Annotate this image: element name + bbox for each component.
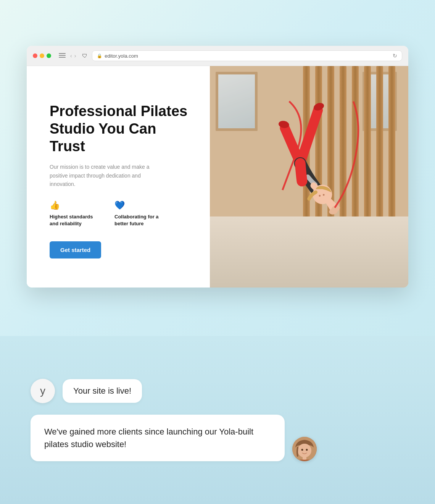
svg-point-9 [301, 449, 303, 451]
hero-title: Professional Pilates Studio You Can Trus… [50, 103, 191, 155]
browser-chrome: ‹ › 🛡 🔒 editor.yola.com ↻ [27, 46, 408, 66]
traffic-lights [33, 53, 51, 58]
feature-item-2: 💙 Collaborating for a better future [114, 200, 164, 227]
shield-icon: 🛡 [82, 53, 87, 59]
refresh-icon[interactable]: ↻ [393, 53, 397, 59]
feature2-label: Collaborating for a better future [114, 213, 164, 227]
yola-avatar: y [31, 379, 55, 403]
sidebar-toggle-icon[interactable] [59, 53, 66, 58]
chat-bubble-2: We've gained more clients since launchin… [31, 415, 317, 461]
chat-section: y Your site is live! We've gained more c… [0, 336, 435, 504]
lock-icon: 🔒 [97, 53, 102, 58]
maximize-button[interactable] [47, 53, 51, 58]
nav-back-button[interactable]: ‹ [70, 53, 72, 59]
chat-text-1: Your site is live! [63, 379, 142, 403]
address-bar[interactable]: 🔒 editor.yola.com ↻ [92, 50, 402, 61]
website-content: Professional Pilates Studio You Can Trus… [27, 66, 408, 288]
svg-rect-11 [303, 457, 306, 460]
chat-bubble-1: y Your site is live! [31, 379, 142, 403]
minimize-button[interactable] [40, 53, 44, 58]
browser-window: ‹ › 🛡 🔒 editor.yola.com ↻ Professional P… [27, 46, 408, 288]
svg-point-5 [319, 195, 321, 197]
hero-section: Professional Pilates Studio You Can Trus… [27, 66, 210, 288]
user-avatar-image [292, 437, 317, 461]
nav-forward-button[interactable]: › [74, 53, 76, 59]
close-button[interactable] [33, 53, 37, 58]
pilates-person-svg [220, 75, 398, 225]
pilates-photo [210, 66, 408, 288]
yola-letter: y [40, 385, 45, 397]
chat-text-2: We've gained more clients since launchin… [31, 415, 285, 461]
user-avatar [292, 437, 317, 461]
feature1-label: Highest standards and reliability [50, 213, 99, 227]
browser-navigation: ‹ › [70, 53, 76, 59]
features-row: 👍 Highest standards and reliability 💙 Co… [50, 200, 191, 227]
svg-point-10 [306, 449, 308, 451]
gym-floor [210, 216, 408, 288]
svg-point-6 [323, 194, 325, 196]
heart-icon: 💙 [114, 200, 164, 210]
hero-image [210, 66, 408, 288]
thumbs-up-icon: 👍 [50, 200, 99, 210]
hero-description: Our mission is to create value and make … [50, 163, 156, 188]
feature-item-1: 👍 Highest standards and reliability [50, 200, 99, 227]
get-started-button[interactable]: Get started [50, 241, 101, 258]
url-text: editor.yola.com [105, 53, 138, 59]
svg-point-8 [298, 444, 311, 457]
